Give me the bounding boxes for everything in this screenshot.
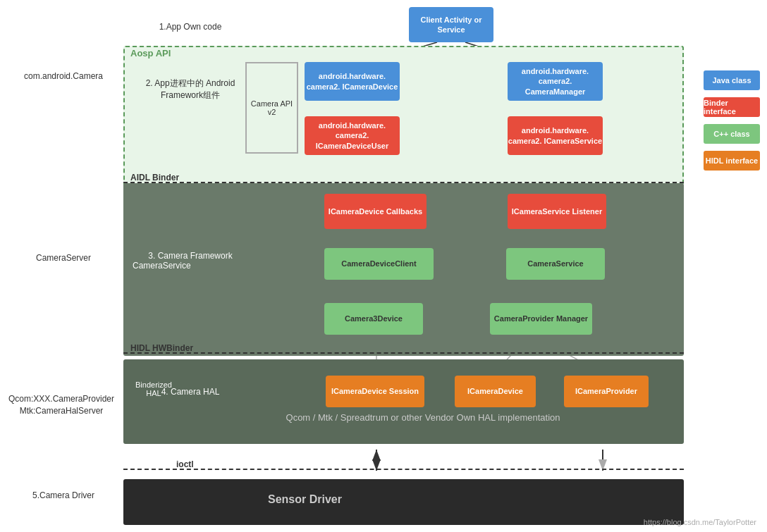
- camera-driver-area: [123, 479, 684, 525]
- ioctl-label: ioctl: [176, 459, 194, 469]
- client-activity-label: Client Activity or Service: [409, 15, 493, 35]
- watermark: https://blog.csdn.me/TaylorPotter: [644, 518, 756, 526]
- hw-camera-device-node: android.hardware. camera2. ICameraDevice: [305, 62, 400, 101]
- binderized-hal-label: Binderized HAL: [133, 381, 175, 397]
- camera-device-client-node: CameraDeviceClient: [324, 248, 434, 280]
- icamera-provider-node: ICameraProvider: [564, 376, 649, 407]
- binder-interface-box: Binder interface: [704, 97, 760, 117]
- cpp-class-box: C++ class: [704, 124, 760, 144]
- java-class-box: Java class: [704, 70, 760, 90]
- camera-driver-label: 5.Camera Driver: [4, 490, 123, 502]
- legend-binder-interface: Binder interface: [704, 97, 760, 117]
- aidl-binder-label: AIDL Binder: [130, 173, 179, 183]
- icamera-device-callbacks-node: ICameraDevice Callbacks: [324, 194, 427, 229]
- icamera-device-session-node: ICameraDevice Session: [326, 376, 424, 407]
- diagram-container: Client Activity or Service 1.App Own cod…: [0, 0, 767, 532]
- camera-service-inner-label: CameraService: [133, 261, 191, 271]
- icamera-device-node: ICameraDevice: [455, 376, 536, 407]
- client-activity-box: Client Activity or Service: [409, 7, 493, 42]
- qcom-mtk-label: Qcom:XXX.CameraProvider Mtk:CameraHalSer…: [1, 393, 121, 417]
- hw-camera-manager-node: android.hardware. camera2. CameraManager: [508, 62, 603, 101]
- legend-hidl-interface: HIDL interface: [704, 151, 760, 171]
- app-framework-label: 2. App进程中的 Android Framework组件: [130, 78, 250, 101]
- legend-java-class: Java class: [704, 70, 760, 90]
- hw-camera-service-node: android.hardware. camera2. ICameraServic…: [508, 116, 603, 155]
- hidl-hwbinder-label: HIDL HWBinder: [130, 343, 193, 353]
- com-android-camera-label: com.android.Camera: [4, 70, 123, 82]
- vendor-impl-text: Qcom / Mtk / Spreadtrum or other Vendor …: [247, 412, 599, 423]
- camera-provider-manager-node: CameraProvider Manager: [490, 303, 592, 335]
- app-own-code-label: 1.App Own code: [130, 21, 250, 33]
- legend-cpp-class: C++ class: [704, 124, 760, 144]
- hw-camera-device-user-node: android.hardware. camera2. ICameraDevice…: [305, 116, 400, 155]
- camera-server-label: CameraServer: [4, 252, 123, 264]
- camera-service-node: CameraService: [506, 248, 605, 280]
- sensor-driver-text: Sensor Driver: [268, 493, 342, 506]
- icamera-service-listener-node: ICameraService Listener: [508, 194, 606, 229]
- camera-api-v2-box: Camera API v2: [245, 62, 298, 154]
- hidl-interface-box: HIDL interface: [704, 151, 760, 171]
- legend: Java class Binder interface C++ class HI…: [704, 70, 760, 171]
- aosp-api-label: Aosp API: [130, 48, 171, 58]
- hidl-hwbinder-separator: [123, 352, 684, 354]
- camera3-device-node: Camera3Device: [324, 303, 423, 335]
- ioctl-separator: [123, 469, 684, 470]
